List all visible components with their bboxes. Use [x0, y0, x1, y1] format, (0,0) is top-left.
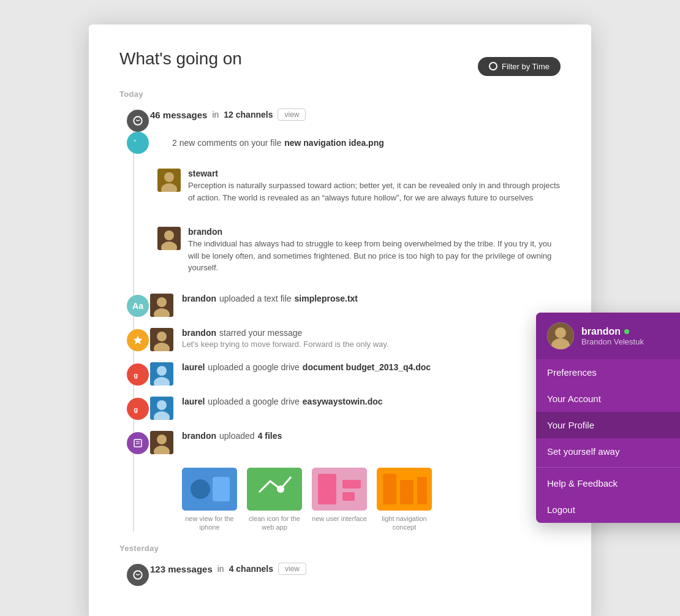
menu-item-help[interactable]: Help & Feedback — [536, 470, 680, 496]
messages-icon — [127, 110, 149, 132]
file-thumb[interactable]: new view for the iphone — [182, 468, 237, 532]
comment-icon: " — [127, 132, 149, 154]
clock-icon — [489, 62, 497, 70]
google-icon: g — [127, 363, 149, 386]
svg-text:": " — [134, 139, 136, 147]
channel-count: 4 channels — [229, 564, 273, 574]
svg-point-9 — [157, 297, 167, 307]
list-item: g laurel uploaded a google drive easyway… — [150, 397, 561, 420]
svg-point-33 — [277, 485, 284, 493]
msg-count: 46 messages — [150, 110, 207, 120]
filter-button[interactable]: Filter by Time — [478, 57, 561, 76]
files-count: 4 files — [258, 431, 282, 441]
action-user: brandon — [182, 328, 216, 338]
list-item: 46 messages in 12 channels view — [150, 108, 561, 121]
menu-item-logout[interactable]: Logout — [536, 496, 680, 523]
svg-point-17 — [157, 366, 167, 376]
star-icon — [127, 329, 149, 351]
svg-point-3 — [164, 172, 174, 182]
comments-prefix: 2 new comments on your file — [172, 138, 281, 148]
thumb-label: light navigation concept — [377, 514, 432, 532]
popup-divider — [536, 467, 680, 468]
list-item: " 2 new comments on your file new naviga… — [150, 132, 561, 283]
menu-item-away[interactable]: Set yourself away — [536, 438, 680, 465]
file-thumb[interactable]: light navigation concept — [377, 468, 432, 532]
timeline: Today 46 messages in 12 channels view — [119, 89, 561, 575]
comment-item: stewart Perception is naturally surpasse… — [157, 169, 561, 203]
popup-avatar — [547, 322, 574, 349]
popup-username: brandon — [581, 326, 644, 337]
starred-message: Let's keep trying to move forward. Forwa… — [182, 340, 389, 349]
view-messages-button[interactable]: view — [278, 108, 306, 121]
svg-rect-37 — [342, 492, 355, 501]
file-thumb[interactable]: new user interface — [312, 468, 367, 532]
svg-rect-23 — [134, 439, 142, 447]
comment-author: brandon — [188, 227, 561, 237]
today-label: Today — [119, 89, 561, 99]
thumb-img-3 — [312, 468, 367, 511]
comment-author: stewart — [188, 169, 561, 178]
thumb-img-1 — [182, 468, 237, 511]
svg-rect-36 — [342, 480, 361, 489]
svg-point-27 — [157, 435, 167, 444]
popup-menu: Preferences Your Account Your Profile Se… — [536, 359, 680, 523]
svg-point-44 — [555, 327, 566, 338]
list-item: 123 messages in 4 channels view — [150, 563, 561, 575]
files-icon — [127, 432, 149, 454]
list-item: brandon uploaded 4 files new view for th… — [150, 431, 561, 532]
action-file: simpleprose.txt — [295, 294, 358, 303]
svg-rect-39 — [383, 474, 396, 504]
file-thumb[interactable]: clean icon for the web app — [247, 468, 302, 532]
font-icon: Aa — [127, 295, 149, 317]
svg-point-30 — [191, 479, 210, 499]
action-file: easywaystowin.doc — [303, 397, 383, 406]
thumb-label: clean icon for the web app — [247, 514, 302, 532]
messages-icon — [127, 564, 149, 586]
svg-rect-40 — [400, 480, 414, 504]
comment-text: The individual has always had to struggl… — [188, 238, 561, 274]
yesterday-label: Yesterday — [119, 544, 561, 553]
menu-item-preferences[interactable]: Preferences — [536, 359, 680, 386]
avatar — [150, 362, 173, 386]
avatar — [157, 169, 181, 192]
list-item: g laurel uploaded a google drive documen… — [150, 362, 561, 386]
action-user: brandon — [182, 294, 216, 303]
thumb-label: new view for the iphone — [182, 514, 237, 532]
svg-rect-41 — [417, 477, 427, 504]
file-thumbnails: new view for the iphone clean icon for t… — [182, 468, 432, 532]
msg-count: 123 messages — [150, 564, 213, 574]
view-yesterday-button[interactable]: view — [278, 563, 306, 575]
avatar — [157, 227, 181, 250]
google-icon: g — [127, 398, 149, 420]
list-item: Aa brandon uploaded a text file simplepr… — [150, 294, 561, 317]
avatar — [150, 397, 173, 420]
user-popup: brandon Brandon Velestuk Preferences You… — [536, 313, 680, 523]
comment-item: brandon The individual has always had to… — [157, 227, 561, 274]
svg-rect-31 — [213, 477, 230, 501]
svg-rect-35 — [318, 474, 336, 504]
today-section: 46 messages in 12 channels view " 2 new … — [119, 108, 561, 531]
list-item: brandon starred your message Let's keep … — [150, 328, 561, 351]
thumb-label: new user interface — [312, 514, 367, 523]
popup-fullname: Brandon Velestuk — [581, 337, 644, 346]
svg-point-6 — [164, 230, 174, 240]
page-title: What's going on — [119, 49, 242, 69]
commented-file: new navigation idea.png — [284, 138, 384, 148]
avatar — [150, 328, 173, 351]
action-user: laurel — [182, 397, 205, 406]
menu-item-profile[interactable]: Your Profile — [536, 412, 680, 438]
menu-item-account[interactable]: Your Account — [536, 386, 680, 412]
action-user: brandon — [182, 431, 216, 441]
svg-marker-11 — [134, 335, 143, 344]
online-indicator — [624, 329, 629, 334]
action-file: document budget_2013_q4.doc — [303, 362, 431, 372]
svg-text:g: g — [134, 405, 138, 413]
svg-point-13 — [157, 332, 167, 341]
thumb-img-2 — [247, 468, 302, 511]
svg-point-21 — [157, 400, 167, 410]
svg-rect-32 — [247, 468, 302, 511]
avatar — [150, 431, 173, 454]
channel-count: 12 channels — [224, 110, 273, 120]
popup-header: brandon Brandon Velestuk — [536, 313, 680, 359]
yesterday-section: 123 messages in 4 channels view — [119, 563, 561, 575]
